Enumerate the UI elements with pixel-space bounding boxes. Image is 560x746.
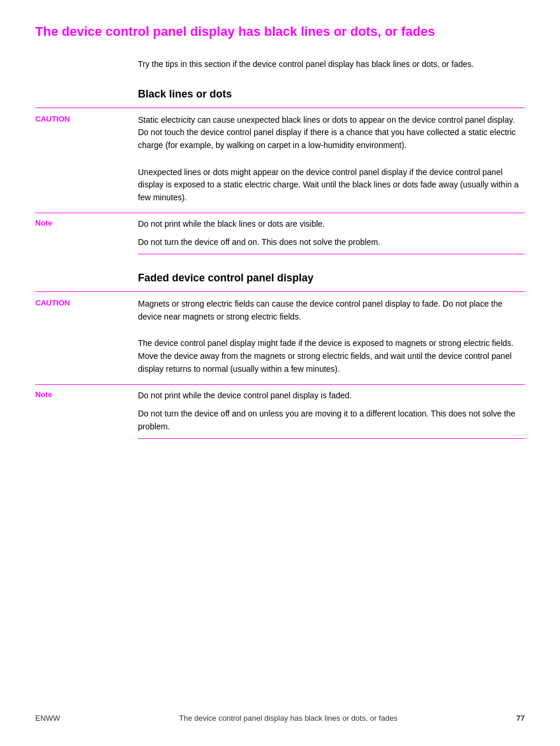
section2-caution-row: CAUTION Magnets or strong electric field…: [35, 291, 525, 331]
section2-caution-label-col: CAUTION: [35, 292, 138, 331]
section2-bottom-divider: [138, 438, 525, 439]
footer: ENWW The device control panel display ha…: [35, 714, 525, 723]
page-title: The device control panel display has bla…: [35, 23, 525, 41]
section1: Black lines or dots CAUTION Static elect…: [35, 88, 525, 255]
section1-heading: Black lines or dots: [138, 88, 525, 100]
section1-body-row: Unexpected lines or dots might appear on…: [35, 160, 525, 213]
section2-note-text2: Do not turn the device off and on unless…: [138, 408, 525, 433]
section2-heading: Faded device control panel display: [138, 272, 525, 284]
section2-body-text: The device control panel display might f…: [138, 331, 525, 384]
section1-caution-text: Static electricity can cause unexpected …: [138, 108, 525, 160]
section2-note-row: Note Do not print while the device contr…: [35, 384, 525, 438]
section1-note-row: Note Do not print while the black lines …: [35, 213, 525, 254]
section2-note-text1: Do not print while the device control pa…: [138, 389, 525, 402]
section1-caution-label: CAUTION: [35, 115, 70, 123]
section1-bottom-divider: [138, 254, 525, 254]
section2-caution-text: Magnets or strong electric fields can ca…: [138, 292, 525, 331]
section2-body-row: The device control panel display might f…: [35, 331, 525, 384]
footer-center: The device control panel display has bla…: [60, 714, 517, 723]
section1-caution-label-col: CAUTION: [35, 108, 138, 160]
intro-text: Try the tips in this section if the devi…: [138, 58, 525, 70]
section1-body-text: Unexpected lines or dots might appear on…: [138, 160, 525, 213]
section1-caution-row: CAUTION Static electricity can cause une…: [35, 107, 525, 160]
section1-note-texts: Do not print while the black lines or do…: [138, 213, 525, 254]
footer-left: ENWW: [35, 714, 60, 723]
section2-caution-label: CAUTION: [35, 298, 70, 307]
section1-note-text1: Do not print while the black lines or do…: [138, 218, 525, 231]
section1-note-text2: Do not turn the device off and on. This …: [138, 236, 525, 249]
footer-page-number: 77: [517, 714, 525, 723]
section2-note-label: Note: [35, 390, 52, 399]
section2-note-texts: Do not print while the device control pa…: [138, 385, 525, 438]
section1-note-label: Note: [35, 219, 52, 227]
section2: Faded device control panel display CAUTI…: [35, 272, 525, 439]
